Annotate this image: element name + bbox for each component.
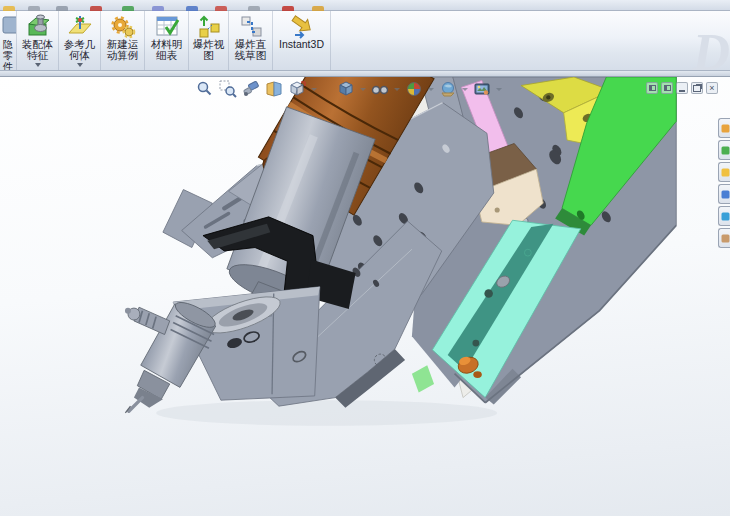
dropdown-arrow-icon[interactable] — [77, 63, 83, 67]
edit-appearance-icon[interactable] — [405, 80, 423, 98]
document-icon — [721, 234, 730, 243]
solidworks-window: { "app": { "watermark": "D" }, "menu_str… — [0, 0, 730, 516]
assembly-features-icon — [25, 13, 51, 39]
heads-up-view-toolbar — [196, 80, 502, 98]
hide-show-items-icon[interactable] — [371, 80, 389, 98]
button-label: 何体 — [69, 50, 90, 61]
chevron-down-icon[interactable] — [428, 88, 434, 91]
palette-icon — [721, 190, 730, 199]
window-pane-button[interactable] — [646, 82, 658, 94]
explode-line-sketch-button[interactable]: 爆炸直 线草图 — [229, 11, 273, 70]
display-style-icon[interactable] — [337, 80, 355, 98]
pane-icon — [649, 85, 656, 91]
reference-geometry-button[interactable]: 参考几 何体 — [59, 11, 101, 70]
partial-label: 隐 — [3, 39, 13, 50]
apply-scene-icon[interactable] — [439, 80, 457, 98]
chevron-down-icon[interactable] — [462, 88, 468, 91]
tab-view-palette[interactable] — [718, 184, 730, 204]
tan-block-hole-small — [495, 207, 500, 212]
chevron-down-icon[interactable] — [311, 88, 317, 91]
button-label: 线草图 — [235, 50, 267, 61]
restore-icon — [693, 85, 701, 92]
new-motion-study-button[interactable]: 新建运 动算例 — [101, 11, 145, 70]
minimize-button[interactable] — [676, 82, 688, 94]
copper-fitting-tip — [473, 371, 482, 378]
zoom-to-fit-icon[interactable] — [196, 80, 214, 98]
green-sliver — [412, 365, 434, 392]
section-view-icon[interactable] — [265, 80, 283, 98]
partial-label: 件 — [3, 61, 13, 70]
globe-icon — [721, 212, 730, 221]
command-manager: D 隐 零 件 装配体 特征 — [0, 11, 730, 71]
task-pane-tabs — [718, 118, 730, 248]
close-icon: × — [709, 84, 714, 93]
dropdown-arrow-icon[interactable] — [35, 63, 41, 67]
button-label: 特征 — [27, 50, 48, 61]
tab-solidworks-resources[interactable] — [718, 118, 730, 138]
explode-line-sketch-icon — [238, 13, 264, 39]
button-label: 动算例 — [107, 50, 139, 61]
mint-hole — [484, 289, 493, 298]
button-label: 图 — [203, 50, 214, 61]
home-icon — [721, 124, 730, 133]
button-label: 细表 — [156, 50, 177, 61]
needle — [129, 398, 143, 412]
tab-custom-properties[interactable] — [718, 228, 730, 248]
previous-view-icon[interactable] — [242, 80, 260, 98]
folder-icon — [721, 168, 730, 177]
close-button[interactable]: × — [706, 82, 718, 94]
yellow-block-hole-inner — [546, 95, 550, 99]
view-orientation-icon[interactable] — [288, 80, 306, 98]
barb-tip — [125, 308, 131, 314]
assembly-features-button[interactable]: 装配体 特征 — [17, 11, 59, 70]
chevron-down-icon[interactable] — [496, 88, 502, 91]
window-pane-button[interactable] — [661, 82, 673, 94]
tab-appearances-scenes[interactable] — [718, 206, 730, 226]
bill-of-materials-button[interactable]: 材料明 细表 — [145, 11, 189, 70]
pane-icon — [664, 85, 671, 91]
tab-design-library[interactable] — [718, 140, 730, 160]
document-window-controls: × — [646, 82, 718, 94]
instant3d-button[interactable]: Instant3D — [273, 11, 331, 70]
chevron-down-icon[interactable] — [394, 88, 400, 91]
restore-button[interactable] — [691, 82, 703, 94]
bill-of-materials-icon — [154, 13, 180, 39]
button-label: Instant3D — [279, 39, 324, 50]
reference-geometry-icon — [67, 13, 93, 39]
zoom-to-area-icon[interactable] — [219, 80, 237, 98]
graphics-viewport[interactable]: × — [0, 77, 730, 516]
view-settings-icon[interactable] — [473, 80, 491, 98]
model-canvas[interactable] — [0, 77, 730, 516]
library-icon — [721, 146, 730, 155]
exploded-view-icon — [196, 13, 222, 39]
menu-toolbar-strip — [0, 0, 730, 11]
mint-hole — [472, 340, 479, 347]
tab-file-explorer[interactable] — [718, 162, 730, 182]
minimize-icon — [679, 90, 685, 92]
toolbar-button-partial[interactable]: 隐 零 件 — [0, 11, 17, 70]
floor-shadow — [156, 400, 497, 426]
exploded-view-button[interactable]: 爆炸视 图 — [189, 11, 229, 70]
instant3d-icon — [289, 13, 315, 39]
partial-icon — [0, 13, 17, 39]
chevron-down-icon[interactable] — [360, 88, 366, 91]
partial-label: 零 — [3, 50, 13, 61]
new-motion-study-icon — [110, 13, 136, 39]
